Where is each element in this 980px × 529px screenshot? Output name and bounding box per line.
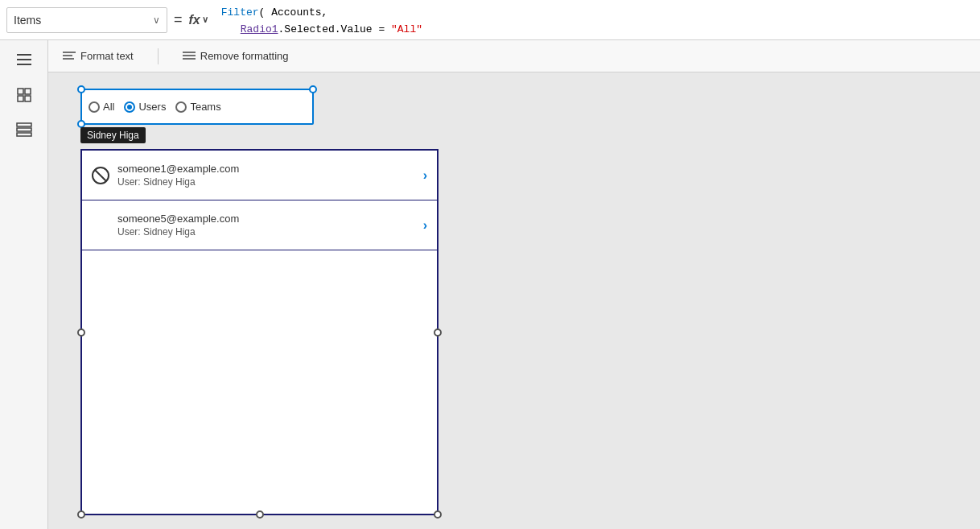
svg-rect-6 [25,96,31,101]
gallery-handle-bottom-left [77,510,85,519]
gallery-handle-bottom-right [434,510,442,519]
gallery-handle-bottom-mid [256,510,264,519]
gallery-control[interactable]: someone1@example.com User: Sidney Higa ›… [80,149,439,515]
formula-bar[interactable]: Filter( Accounts, Radio1.Selected.Value … [215,0,974,39]
svg-rect-5 [18,96,23,101]
gallery-item-1[interactable]: someone1@example.com User: Sidney Higa › [82,151,437,200]
formula-content: Filter( Accounts, Radio1.Selected.Value … [221,5,967,39]
formula-filter-kw: Filter [221,6,259,19]
sidebar-icon-hamburger[interactable] [14,50,34,69]
gallery-item-user-2: User: Sidney Higa [117,226,423,238]
radio-option-all[interactable]: All [89,101,114,113]
fx-button[interactable]: fx ∨ [189,13,208,27]
gallery-item-content-1: someone1@example.com User: Sidney Higa [117,163,423,188]
format-toolbar: Format text Remove formatting [48,40,980,72]
formula-accounts: Accounts, [271,6,327,19]
format-separator [158,48,159,64]
radio-circle-users [124,101,135,113]
gallery-item-email-1: someone1@example.com [117,163,423,175]
remove-formatting-label: Remove formatting [200,50,289,62]
svg-rect-0 [17,54,31,56]
app-canvas: All Users Teams Sidney Higa someone1@exa… [48,72,980,529]
sidebar-icon-grid[interactable] [14,121,34,140]
sidebar-icon-layers[interactable] [14,85,34,105]
radio-option-users[interactable]: Users [124,101,166,113]
fx-chevron-icon: ∨ [202,14,208,25]
dropdown-chevron-icon: ∨ [153,14,160,26]
format-text-label: Format text [80,50,134,62]
radio-circle-all [89,101,100,113]
gallery-handle-left [77,329,85,337]
svg-rect-4 [25,89,31,94]
handle-top-left [77,85,85,93]
gallery-item-chevron-2[interactable]: › [423,218,427,233]
svg-rect-7 [17,123,31,126]
formula-paren-open: ( [259,6,272,19]
radio-label-teams: Teams [190,101,220,113]
tooltip-text: Sidney Higa [87,130,139,141]
left-sidebar [0,40,48,529]
svg-rect-2 [17,64,31,65]
blocked-icon-1 [92,167,109,184]
gallery-item-content-2: someone5@example.com User: Sidney Higa [117,213,423,238]
formula-selected-val-1: .Selected.Value = [278,23,391,35]
radio-label-users: Users [138,101,166,113]
remove-formatting-icon [183,51,196,62]
gallery-item-chevron-1[interactable]: › [423,168,427,183]
items-dropdown[interactable]: Items ∨ [6,7,167,33]
gallery-item-2[interactable]: someone5@example.com User: Sidney Higa › [82,200,437,250]
gallery-handle-right [434,329,442,337]
svg-rect-3 [18,89,23,94]
top-toolbar: Items ∨ = fx ∨ Filter( Accounts, Radio1.… [0,0,980,40]
svg-rect-1 [17,59,31,60]
formula-radio1-1: Radio1 [241,23,278,35]
remove-formatting-button[interactable]: Remove formatting [178,47,294,65]
radio-option-teams[interactable]: Teams [175,101,220,113]
radio-group-control[interactable]: All Users Teams [80,89,314,125]
formula-all-val: "All" [391,23,422,35]
items-dropdown-label: Items [14,14,153,27]
radio-label-all: All [103,101,114,113]
gallery-item-user-1: User: Sidney Higa [117,176,423,188]
svg-rect-8 [17,128,31,131]
tooltip: Sidney Higa [80,127,146,143]
gallery-item-email-2: someone5@example.com [117,213,423,225]
equals-symbol: = [174,11,183,28]
fx-label: fx [189,13,200,27]
svg-rect-9 [17,133,31,136]
format-text-button[interactable]: Format text [58,47,138,65]
handle-top-right [309,85,317,93]
radio-circle-teams [175,101,187,113]
format-text-icon [63,51,76,62]
